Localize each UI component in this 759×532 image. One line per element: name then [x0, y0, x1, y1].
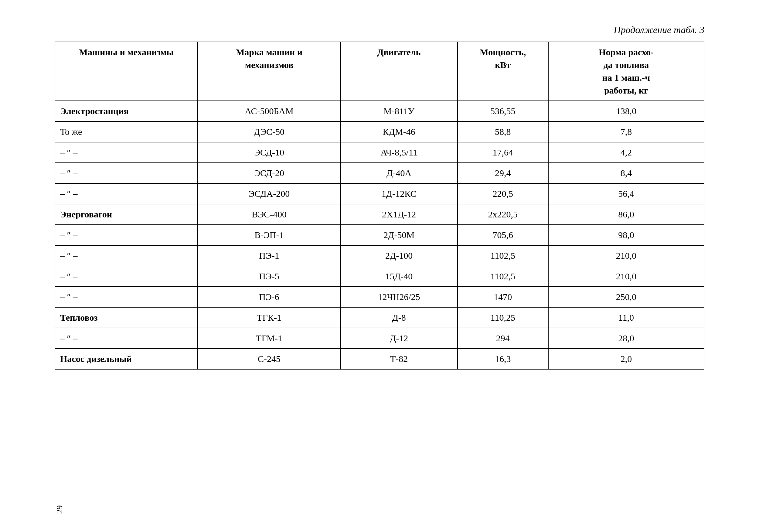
- cell-norm: 7,8: [548, 121, 704, 142]
- cell-engine: 15Д-40: [340, 266, 458, 287]
- cell-brand: ДЭС-50: [198, 121, 340, 142]
- cell-brand: ПЭ-6: [198, 287, 340, 307]
- cell-engine: КДМ-46: [340, 121, 458, 142]
- cell-norm: 250,0: [548, 287, 704, 307]
- cell-norm: 56,4: [548, 184, 704, 204]
- cell-norm: 86,0: [548, 204, 704, 225]
- cell-brand: ПЭ-5: [198, 266, 340, 287]
- table-row: – ″ – ЭСД-10 АЧ-8,5/11 17,64 4,2: [55, 142, 704, 163]
- table-header-row: Машины и механизмы Марка машин имеханизм…: [55, 42, 704, 101]
- cell-power: 110,25: [458, 307, 548, 328]
- cell-power: 17,64: [458, 142, 548, 163]
- cell-norm: 210,0: [548, 266, 704, 287]
- cell-norm: 138,0: [548, 101, 704, 121]
- cell-engine: М-811У: [340, 101, 458, 121]
- cell-norm: 210,0: [548, 245, 704, 266]
- cell-power: 705,6: [458, 225, 548, 245]
- table-row: Электростанция АС-500БАМ М-811У 536,55 1…: [55, 101, 704, 121]
- table-row: – ″ – ПЭ-1 2Д-100 1102,5 210,0: [55, 245, 704, 266]
- cell-machines: – ″ –: [55, 328, 198, 348]
- cell-engine: Д-40А: [340, 163, 458, 184]
- cell-power: 58,8: [458, 121, 548, 142]
- cell-brand: ВЭС-400: [198, 204, 340, 225]
- table-row: – ″ – ТГМ-1 Д-12 294 28,0: [55, 328, 704, 348]
- cell-machines: То же: [55, 121, 198, 142]
- cell-machines: Насос дизельный: [55, 348, 198, 369]
- table-row: – ″ – ПЭ-6 12ЧН26/25 1470 250,0: [55, 287, 704, 307]
- cell-engine: 2Д-100: [340, 245, 458, 266]
- cell-brand: ЭСДА-200: [198, 184, 340, 204]
- cell-machines: – ″ –: [55, 163, 198, 184]
- cell-machines: – ″ –: [55, 225, 198, 245]
- header-machines: Машины и механизмы: [55, 42, 198, 101]
- page-container: Продолжение табл. 3 Машины и механизмы М…: [0, 0, 759, 532]
- table-row: – ″ – В-ЭП-1 2Д-50М 705,6 98,0: [55, 225, 704, 245]
- table-row: – ″ – ЭСДА-200 1Д-12КС 220,5 56,4: [55, 184, 704, 204]
- cell-machines: – ″ –: [55, 245, 198, 266]
- cell-power: 220,5: [458, 184, 548, 204]
- table-body: Электростанция АС-500БАМ М-811У 536,55 1…: [55, 101, 704, 369]
- cell-power: 16,3: [458, 348, 548, 369]
- table-row: То же ДЭС-50 КДМ-46 58,8 7,8: [55, 121, 704, 142]
- cell-engine: 12ЧН26/25: [340, 287, 458, 307]
- cell-power: 2х220,5: [458, 204, 548, 225]
- cell-brand: С-245: [198, 348, 340, 369]
- table-row: – ″ – ПЭ-5 15Д-40 1102,5 210,0: [55, 266, 704, 287]
- header-power: Мощность,кВт: [458, 42, 548, 101]
- cell-engine: Т-82: [340, 348, 458, 369]
- cell-power: 1470: [458, 287, 548, 307]
- cell-norm: 4,2: [548, 142, 704, 163]
- cell-machines: Электростанция: [55, 101, 198, 121]
- cell-norm: 98,0: [548, 225, 704, 245]
- cell-engine: 2Д-50М: [340, 225, 458, 245]
- cell-brand: ТГМ-1: [198, 328, 340, 348]
- cell-power: 29,4: [458, 163, 548, 184]
- cell-engine: Д-8: [340, 307, 458, 328]
- table-row: Тепловоз ТГК-1 Д-8 110,25 11,0: [55, 307, 704, 328]
- cell-machines: – ″ –: [55, 184, 198, 204]
- cell-norm: 11,0: [548, 307, 704, 328]
- table-row: Энерговагон ВЭС-400 2Х1Д-12 2х220,5 86,0: [55, 204, 704, 225]
- cell-brand: ЭСД-10: [198, 142, 340, 163]
- cell-engine: АЧ-8,5/11: [340, 142, 458, 163]
- cell-engine: Д-12: [340, 328, 458, 348]
- table-row: – ″ – ЭСД-20 Д-40А 29,4 8,4: [55, 163, 704, 184]
- cell-machines: Тепловоз: [55, 307, 198, 328]
- header-engine: Двигатель: [340, 42, 458, 101]
- cell-norm: 8,4: [548, 163, 704, 184]
- cell-brand: ТГК-1: [198, 307, 340, 328]
- cell-engine: 2Х1Д-12: [340, 204, 458, 225]
- header-brand: Марка машин имеханизмов: [198, 42, 340, 101]
- cell-brand: В-ЭП-1: [198, 225, 340, 245]
- cell-brand: АС-500БАМ: [198, 101, 340, 121]
- cell-norm: 28,0: [548, 328, 704, 348]
- cell-machines: – ″ –: [55, 266, 198, 287]
- cell-machines: – ″ –: [55, 287, 198, 307]
- cell-power: 536,55: [458, 101, 548, 121]
- cell-engine: 1Д-12КС: [340, 184, 458, 204]
- continuation-label: Продолжение табл. 3: [55, 24, 704, 35]
- cell-power: 294: [458, 328, 548, 348]
- cell-machines: Энерговагон: [55, 204, 198, 225]
- page-number: 29: [55, 505, 64, 514]
- cell-power: 1102,5: [458, 266, 548, 287]
- cell-brand: ПЭ-1: [198, 245, 340, 266]
- header-norm: Норма расхо-да топливана 1 маш.-чработы,…: [548, 42, 704, 101]
- table-row: Насос дизельный С-245 Т-82 16,3 2,0: [55, 348, 704, 369]
- cell-norm: 2,0: [548, 348, 704, 369]
- cell-brand: ЭСД-20: [198, 163, 340, 184]
- cell-machines: – ″ –: [55, 142, 198, 163]
- cell-power: 1102,5: [458, 245, 548, 266]
- main-table: Машины и механизмы Марка машин имеханизм…: [55, 42, 704, 370]
